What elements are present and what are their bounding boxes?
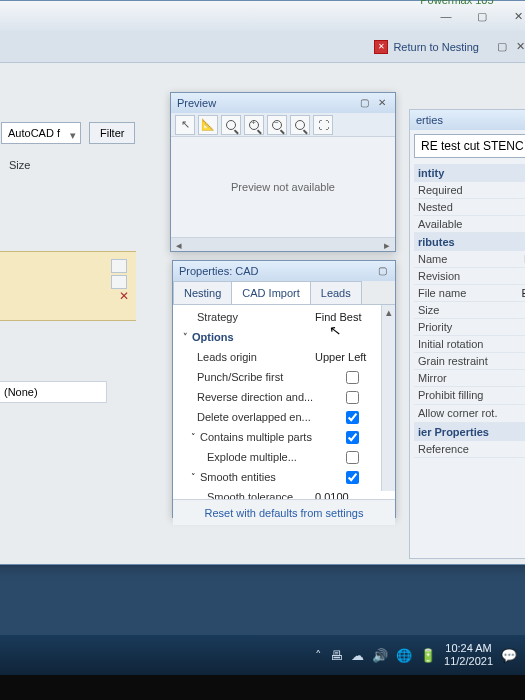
strategy-value[interactable]: Find Best bbox=[315, 311, 387, 323]
cad-option-row[interactable]: Smooth tolerance...0.0100 bbox=[173, 487, 395, 499]
option-checkbox[interactable] bbox=[346, 431, 359, 444]
return-to-nesting-link[interactable]: ✕ Return to Nesting bbox=[374, 40, 479, 54]
selection-label: (None) bbox=[0, 381, 107, 403]
grid-view-icon[interactable] bbox=[111, 275, 127, 289]
option-label: Punch/Scribe first bbox=[197, 371, 346, 383]
close-icon: ✕ bbox=[374, 40, 388, 54]
option-checkbox[interactable] bbox=[346, 371, 359, 384]
preview-placeholder: Preview not available bbox=[231, 181, 335, 193]
prop-row[interactable]: NameDUMIR bbox=[414, 251, 525, 268]
panel-max-button[interactable] bbox=[493, 39, 511, 55]
option-checkbox[interactable] bbox=[346, 411, 359, 424]
properties-header-label: erties bbox=[416, 114, 443, 126]
option-checkbox[interactable] bbox=[346, 451, 359, 464]
reset-defaults-link[interactable]: Reset with defaults from settings bbox=[205, 507, 364, 519]
cad-header[interactable]: Properties: CAD ▢ bbox=[173, 261, 395, 281]
prop-row[interactable]: Nested0 bbox=[414, 199, 525, 216]
option-checkbox[interactable] bbox=[346, 391, 359, 404]
cad-option-row[interactable]: ˅Contains multiple parts bbox=[173, 427, 395, 447]
prop-group-header[interactable]: ributes bbox=[414, 233, 525, 251]
view-mode-icons bbox=[111, 259, 127, 289]
prop-key: Nested bbox=[418, 201, 453, 213]
clock-time: 10:24 AM bbox=[444, 642, 493, 655]
zoom-extents-icon[interactable]: ⛶ bbox=[313, 115, 333, 135]
preview-scrollbar[interactable]: ◂ ▸ bbox=[171, 237, 395, 251]
prop-row[interactable]: Revision bbox=[414, 268, 525, 285]
cad-option-row[interactable]: Delete overlapped en... bbox=[173, 407, 395, 427]
panel-max-icon[interactable]: ▢ bbox=[357, 96, 371, 110]
prop-row[interactable]: Reference bbox=[414, 441, 525, 458]
prop-row[interactable]: Available1 bbox=[414, 216, 525, 233]
option-label: Delete overlapped en... bbox=[197, 411, 346, 423]
cad-title: Properties: CAD bbox=[179, 265, 258, 277]
close-button[interactable] bbox=[503, 6, 525, 26]
zoom-window-icon[interactable] bbox=[290, 115, 310, 135]
measure-tool-icon[interactable]: 📐 bbox=[198, 115, 218, 135]
option-value[interactable]: Upper Left bbox=[315, 351, 387, 363]
cad-option-row[interactable]: Punch/Scribe first bbox=[173, 367, 395, 387]
prop-row[interactable]: File nameE:\DUM bbox=[414, 285, 525, 302]
scroll-left-icon[interactable]: ◂ bbox=[173, 239, 185, 251]
tray-up-icon[interactable]: ˄ bbox=[315, 648, 322, 663]
cad-option-row[interactable]: Leads originUpper Left bbox=[173, 347, 395, 367]
strategy-row: Strategy Find Best bbox=[173, 307, 395, 327]
prop-row[interactable]: Prohibit filling bbox=[414, 387, 525, 405]
tab-cad-import[interactable]: CAD Import bbox=[231, 281, 310, 304]
panel-close-icon[interactable]: ✕ bbox=[375, 96, 389, 110]
option-checkbox[interactable] bbox=[346, 471, 359, 484]
properties-grid: intityRequired1Nested0Available1ributesN… bbox=[410, 162, 525, 460]
tab-leads[interactable]: Leads bbox=[310, 281, 362, 304]
prop-key: Prohibit filling bbox=[418, 389, 483, 402]
prop-row[interactable]: Grain restraint0° bbox=[414, 353, 525, 370]
zoom-fit-icon[interactable] bbox=[221, 115, 241, 135]
prop-value: E:\DUM bbox=[522, 287, 526, 299]
network-icon[interactable]: 🌐 bbox=[396, 648, 412, 663]
taskbar-clock[interactable]: 10:24 AM 11/2/2021 bbox=[444, 642, 493, 668]
cad-body: Strategy Find Best ˅ Options Leads origi… bbox=[173, 305, 395, 499]
option-label: Smooth entities bbox=[200, 471, 346, 483]
prop-row[interactable]: Allow corner rot. bbox=[414, 405, 525, 423]
prop-key: Priority bbox=[418, 321, 452, 333]
battery-icon[interactable]: 🔋 bbox=[420, 648, 436, 663]
filter-button[interactable]: Filter bbox=[89, 122, 135, 144]
return-link-label: Return to Nesting bbox=[393, 41, 479, 53]
cad-option-row[interactable]: ˅Smooth entities bbox=[173, 467, 395, 487]
close-icon[interactable]: ✕ bbox=[119, 289, 129, 303]
file-type-combo[interactable]: AutoCAD f bbox=[1, 122, 81, 144]
options-header[interactable]: ˅ Options bbox=[173, 327, 395, 347]
prop-group-header[interactable]: ier Properties bbox=[414, 423, 525, 441]
panel-close-button[interactable] bbox=[511, 39, 525, 55]
cad-option-row[interactable]: Reverse direction and... bbox=[173, 387, 395, 407]
onedrive-icon[interactable]: ☁ bbox=[351, 648, 364, 663]
tab-nesting[interactable]: Nesting bbox=[173, 281, 232, 304]
prop-row[interactable]: Initial rotation0° bbox=[414, 336, 525, 353]
printer-icon[interactable]: 🖶 bbox=[330, 648, 343, 663]
prop-row[interactable]: Required1 bbox=[414, 182, 525, 199]
zoom-in-icon[interactable] bbox=[244, 115, 264, 135]
option-label: Reverse direction and... bbox=[197, 391, 346, 403]
scroll-up-icon[interactable]: ▴ bbox=[382, 305, 395, 319]
volume-icon[interactable]: 🔊 bbox=[372, 648, 388, 663]
panel-max-icon[interactable]: ▢ bbox=[375, 264, 389, 278]
notifications-icon[interactable]: 💬 bbox=[501, 648, 517, 663]
pointer-tool-icon[interactable]: ↖ bbox=[175, 115, 195, 135]
preview-header[interactable]: Preview ▢ ✕ bbox=[171, 93, 395, 113]
prop-row[interactable]: Size13.296 bbox=[414, 302, 525, 319]
mouse-cursor-icon: ↖ bbox=[328, 321, 342, 339]
options-label: Options bbox=[192, 331, 234, 343]
system-tray: ˄ 🖶 ☁ 🔊 🌐 🔋 10:24 AM 11/2/2021 💬 bbox=[315, 642, 517, 668]
prop-key: Allow corner rot. bbox=[418, 407, 497, 420]
scroll-right-icon[interactable]: ▸ bbox=[381, 239, 393, 251]
maximize-button[interactable] bbox=[467, 6, 497, 26]
properties-title-field[interactable]: RE test cut STENC bbox=[414, 134, 525, 158]
prop-group-header[interactable]: intity bbox=[414, 164, 525, 182]
prop-row[interactable]: Priority5 bbox=[414, 319, 525, 336]
left-toolbar: ⌂▾ AutoCAD f Filter bbox=[0, 116, 135, 150]
prop-row[interactable]: MirrorNever bbox=[414, 370, 525, 387]
minimize-button[interactable] bbox=[431, 6, 461, 26]
option-value[interactable]: 0.0100 bbox=[315, 491, 387, 499]
list-view-icon[interactable] bbox=[111, 259, 127, 273]
zoom-out-icon[interactable] bbox=[267, 115, 287, 135]
cad-scrollbar[interactable]: ▴ bbox=[381, 305, 395, 491]
cad-option-row[interactable]: Explode multiple... bbox=[173, 447, 395, 467]
